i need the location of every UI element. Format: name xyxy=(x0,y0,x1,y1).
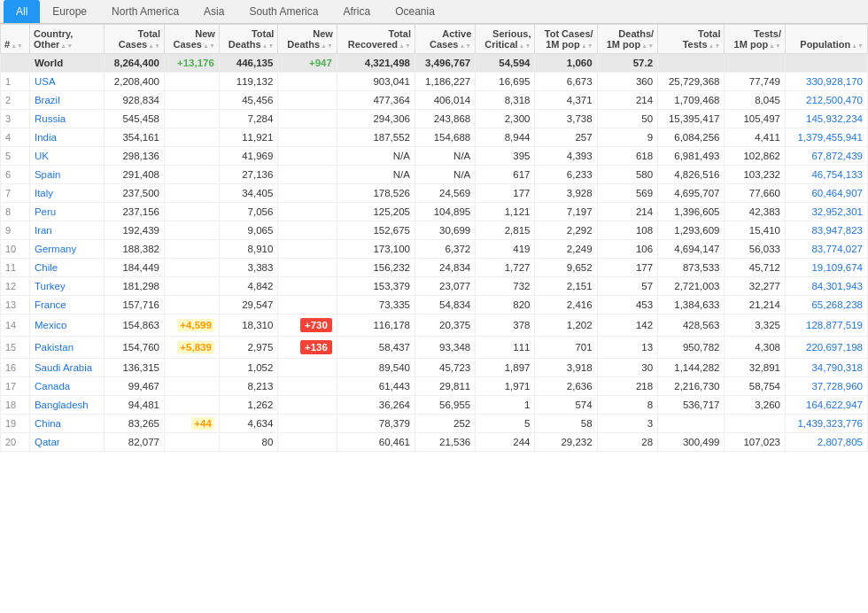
row-country[interactable]: Canada xyxy=(29,377,104,396)
table-row: 4 India 354,161 11,921 187,552 154,688 8… xyxy=(1,128,868,147)
row-country[interactable]: Spain xyxy=(29,166,104,184)
row-new-deaths xyxy=(278,433,337,452)
row-total-deaths: 8,910 xyxy=(219,240,278,259)
row-tot-m: 701 xyxy=(535,337,597,359)
table-row: 19 China 83,265 +44 4,634 78,379 252 5 5… xyxy=(1,415,868,433)
country-link[interactable]: Canada xyxy=(35,381,70,392)
row-active: 93,348 xyxy=(415,337,475,359)
row-new-deaths xyxy=(278,396,337,415)
row-deaths-m: 177 xyxy=(597,259,658,277)
col-deaths-m[interactable]: Deaths/1M pop▲▼ xyxy=(597,25,658,54)
country-link[interactable]: USA xyxy=(35,76,56,87)
row-country[interactable]: Italy xyxy=(29,184,104,203)
col-total-cases[interactable]: TotalCases▲▼ xyxy=(104,25,164,54)
row-country[interactable]: Peru xyxy=(29,203,104,221)
row-new-deaths xyxy=(278,184,337,203)
country-link[interactable]: Iran xyxy=(35,225,52,236)
row-total-cases: 291,408 xyxy=(104,166,164,184)
country-link[interactable]: Mexico xyxy=(35,320,66,330)
country-link[interactable]: China xyxy=(35,418,61,429)
country-link[interactable]: Brazil xyxy=(35,95,60,105)
tab-africa[interactable]: Africa xyxy=(330,0,383,23)
table-header-row: #▲▼ Country,Other▲▼ TotalCases▲▼ NewCase… xyxy=(1,25,868,54)
row-num: 11 xyxy=(1,259,30,277)
col-num[interactable]: #▲▼ xyxy=(1,25,30,54)
tab-asia[interactable]: Asia xyxy=(191,0,236,23)
col-tests-m[interactable]: Tests/1M pop▲▼ xyxy=(725,25,786,54)
row-tests: 6,084,256 xyxy=(658,128,725,147)
row-country[interactable]: Iran xyxy=(29,221,104,240)
col-total-deaths[interactable]: TotalDeaths▲▼ xyxy=(219,25,278,54)
row-country[interactable]: USA xyxy=(29,73,104,91)
country-link[interactable]: Turkey xyxy=(35,281,66,291)
country-link[interactable]: Chile xyxy=(35,262,58,273)
row-tests: 1,709,468 xyxy=(658,91,725,110)
row-country[interactable]: Germany xyxy=(29,240,104,259)
row-country[interactable]: Turkey xyxy=(29,277,104,296)
row-total-cases: 192,439 xyxy=(104,221,164,240)
row-population: 60,464,907 xyxy=(785,184,867,203)
row-tests: 2,216,730 xyxy=(658,377,725,396)
country-link[interactable]: Spain xyxy=(35,169,60,180)
row-country[interactable]: India xyxy=(29,128,104,147)
col-population[interactable]: Population▲▼ xyxy=(785,25,867,54)
country-link[interactable]: France xyxy=(35,299,66,310)
tab-oceania[interactable]: Oceania xyxy=(383,0,447,23)
row-country[interactable]: Brazil xyxy=(29,91,104,110)
country-link[interactable]: Saudi Arabia xyxy=(35,362,92,373)
row-deaths-m: 618 xyxy=(597,147,658,166)
row-tot-m: 4,393 xyxy=(535,147,597,166)
world-tests-m xyxy=(725,54,786,73)
row-country[interactable]: Mexico xyxy=(29,314,104,337)
country-link[interactable]: India xyxy=(35,132,57,143)
row-country[interactable]: Qatar xyxy=(29,433,104,452)
row-tot-m: 3,738 xyxy=(535,110,597,128)
row-country[interactable]: China xyxy=(29,415,104,433)
country-link[interactable]: Germany xyxy=(35,244,76,254)
row-country[interactable]: Bangladesh xyxy=(29,396,104,415)
tab-all[interactable]: All xyxy=(4,0,40,23)
country-link[interactable]: Russia xyxy=(35,113,66,124)
country-link[interactable]: Qatar xyxy=(35,437,60,447)
row-tests-m: 4,411 xyxy=(725,128,786,147)
col-new-deaths[interactable]: NewDeaths▲▼ xyxy=(278,25,337,54)
row-population: 67,872,439 xyxy=(785,147,867,166)
col-new-cases[interactable]: NewCases▲▼ xyxy=(165,25,220,54)
col-total-tests[interactable]: TotalTests▲▼ xyxy=(658,25,725,54)
row-active: 406,014 xyxy=(415,91,475,110)
row-new-deaths xyxy=(278,415,337,433)
col-serious[interactable]: Serious,Critical▲▼ xyxy=(476,25,535,54)
world-summary-row: World 8,264,400 +13,176 446,135 +947 4,3… xyxy=(1,54,868,73)
row-total-cases: 188,382 xyxy=(104,240,164,259)
row-country[interactable]: Pakistan xyxy=(29,337,104,359)
row-deaths-m: 50 xyxy=(597,110,658,128)
row-total-deaths: 4,842 xyxy=(219,277,278,296)
row-country[interactable]: Chile xyxy=(29,259,104,277)
row-country[interactable]: UK xyxy=(29,147,104,166)
row-num: 4 xyxy=(1,128,30,147)
col-country[interactable]: Country,Other▲▼ xyxy=(29,25,104,54)
row-country[interactable]: France xyxy=(29,296,104,314)
tab-south-america[interactable]: South America xyxy=(236,0,330,23)
row-country[interactable]: Saudi Arabia xyxy=(29,359,104,377)
tab-north-america[interactable]: North America xyxy=(99,0,191,23)
row-total-cases: 184,449 xyxy=(104,259,164,277)
row-recovered: 156,232 xyxy=(337,259,415,277)
col-active-cases[interactable]: ActiveCases▲▼ xyxy=(415,25,475,54)
world-serious: 54,594 xyxy=(476,54,535,73)
row-serious: 244 xyxy=(476,433,535,452)
row-active: 252 xyxy=(415,415,475,433)
row-num: 3 xyxy=(1,110,30,128)
row-country[interactable]: Russia xyxy=(29,110,104,128)
row-recovered: 73,335 xyxy=(337,296,415,314)
col-total-recovered[interactable]: TotalRecovered▲▼ xyxy=(337,25,415,54)
country-link[interactable]: UK xyxy=(35,151,49,161)
row-recovered: 178,526 xyxy=(337,184,415,203)
col-tot-cases-m[interactable]: Tot Cases/1M pop▲▼ xyxy=(535,25,597,54)
world-pop xyxy=(785,54,867,73)
country-link[interactable]: Bangladesh xyxy=(35,400,89,410)
country-link[interactable]: Peru xyxy=(35,206,56,217)
tab-europe[interactable]: Europe xyxy=(40,0,99,23)
country-link[interactable]: Italy xyxy=(35,188,53,198)
country-link[interactable]: Pakistan xyxy=(35,342,74,353)
